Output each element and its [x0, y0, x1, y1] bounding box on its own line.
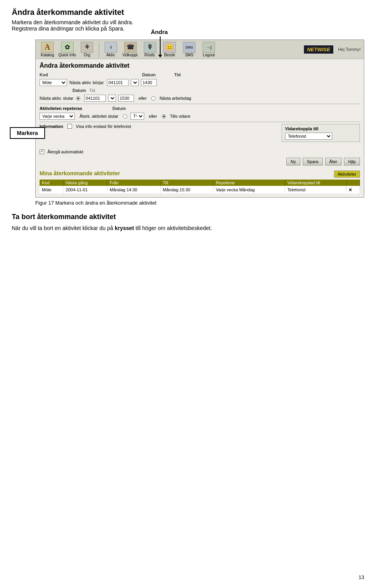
- netwise-logo: NETWISE: [304, 45, 333, 54]
- col-kod: Kod: [40, 180, 63, 186]
- nav-katalog[interactable]: A Katalog: [39, 42, 56, 57]
- date1-input[interactable]: [107, 79, 128, 86]
- nav-sms[interactable]: SMS SMS: [181, 42, 198, 57]
- cell-nasta-gang: 2004-11-01: [63, 186, 107, 194]
- rostb-icon: 🎙: [144, 42, 156, 53]
- quick-info-icon: ✿: [61, 42, 74, 53]
- aktiviteter-button[interactable]: Aktiviteter: [334, 171, 360, 178]
- cell-till: Måndag 15:30: [160, 186, 213, 194]
- section2-body: När du vill ta bort en aktivitet klickar…: [12, 224, 364, 232]
- radio-datum[interactable]: [76, 96, 80, 101]
- cell-vidarekopplad: Telefonist: [285, 186, 346, 194]
- page-number: 13: [359, 574, 364, 580]
- data-table: Kod Nästa gång Från Till Repeterar Vidar…: [40, 180, 360, 194]
- radio-tills-vidare[interactable]: [162, 114, 166, 119]
- andra-arrow: [160, 36, 161, 55]
- table-header: Kod Nästa gång Från Till Repeterar Vidar…: [40, 180, 360, 186]
- time2-select[interactable]: ▼: [108, 95, 116, 102]
- section2-heading: Ta bort återkommande aktivitet: [12, 213, 364, 221]
- cell-delete[interactable]: ×: [346, 186, 360, 194]
- info-checkbox[interactable]: [67, 124, 72, 129]
- col-repeterar: Repeterar: [213, 180, 285, 186]
- repeteras-select[interactable]: Varje vecka: [40, 113, 75, 120]
- aktiv-icon: 4: [105, 42, 117, 53]
- sub-text: Markera den återkommande aktivitet du vi…: [12, 19, 364, 32]
- nav-rostb[interactable]: 🎙 Röstb.: [141, 42, 159, 57]
- date2-input[interactable]: [84, 95, 106, 102]
- nav-quick-info[interactable]: ✿ Quick Info: [58, 42, 76, 57]
- greeting-text: Hej Tommy!: [338, 47, 361, 52]
- col-delete: [346, 180, 360, 186]
- figure-caption: Figur 17 Markera och ändra en återkommad…: [35, 200, 364, 206]
- nav-org[interactable]: ⚘ Org: [78, 42, 96, 57]
- time1-input[interactable]: [141, 79, 157, 86]
- katalog-icon: A: [41, 42, 54, 53]
- main-heading: Ändra återkommande aktivitet: [12, 8, 364, 17]
- table-row: Möte 2004-11-01 Måndag 14:30 Måndag 15:3…: [40, 186, 360, 194]
- table-title: Mina återkommande aktiviteter: [40, 170, 120, 176]
- cell-fran: Måndag 14:30: [107, 186, 160, 194]
- radio-tv[interactable]: [123, 114, 127, 119]
- vidkoppl-icon: ☎: [124, 42, 137, 53]
- info-row: Information Visa info endast för telefon…: [40, 124, 278, 129]
- form-headers-row: Kod Datum Tid: [40, 72, 360, 77]
- nav-besok[interactable]: 😐 Besök: [161, 42, 178, 57]
- nasta-aktiv-slutar-row: Datum Tid: [40, 88, 360, 93]
- hjlp-button[interactable]: Hjlp: [344, 158, 360, 165]
- col-till: Till: [160, 180, 213, 186]
- nasta-aktiv-slutar-row2: Nästa aktiv. slutar ▼ eller Nästa arbets…: [40, 95, 360, 102]
- besok-icon: 😐: [163, 42, 176, 53]
- nav-aktiv[interactable]: 4 Aktiv.: [102, 42, 119, 57]
- logout-icon: →|: [202, 42, 215, 53]
- cell-kod: Möte: [40, 186, 63, 194]
- nasta-aktiv-borjar-row: Möte Nästa aktiv. börjar ▼: [40, 79, 360, 86]
- info-section: Information Visa info endast för telefon…: [40, 124, 278, 155]
- atergaa-row: Återgå automatiskt: [40, 148, 278, 155]
- tv-select[interactable]: TV: [130, 113, 144, 120]
- screenshot-container: A Katalog ✿ Quick Info ⚘ Org 4 Aktiv. ☎: [35, 40, 364, 198]
- nav-vidkoppl[interactable]: ☎ Vidkoppl.: [122, 42, 139, 57]
- ater-button[interactable]: Åter: [325, 158, 342, 165]
- col-nasta-gang: Nästa gång: [63, 180, 107, 186]
- telefonist-select[interactable]: Telefonist: [285, 133, 332, 140]
- radio-nasta-arbetsdag[interactable]: [151, 96, 155, 101]
- ny-button[interactable]: Ny: [286, 158, 300, 165]
- andra-annotation-label: Ändra: [151, 29, 168, 35]
- nav-logout[interactable]: →| Logout: [200, 42, 217, 57]
- col-fran: Från: [107, 180, 160, 186]
- markera-annotation-label: Markera: [10, 127, 45, 139]
- sms-icon: SMS: [183, 42, 195, 53]
- org-icon: ⚘: [81, 42, 93, 53]
- repeteras-controls-row: Varje vecka Återk. aktivitet slutar TV e…: [40, 113, 360, 120]
- table-section: Mina återkommande aktiviteter Aktivitete…: [36, 169, 364, 197]
- cell-repeterar: Varje vecka Måndag: [213, 186, 285, 194]
- kod-select[interactable]: Möte: [40, 79, 67, 86]
- time2-input[interactable]: [118, 95, 134, 102]
- top-nav-bar: A Katalog ✿ Quick Info ⚘ Org 4 Aktiv. ☎: [36, 40, 364, 59]
- spara-button[interactable]: Spara: [303, 158, 323, 165]
- form-title: Ändra återkommande aktivitet: [40, 62, 360, 69]
- table-body: Möte 2004-11-01 Måndag 14:30 Måndag 15:3…: [40, 186, 360, 194]
- atergaa-checkbox[interactable]: [40, 149, 44, 154]
- col-vidarekopplad: Vidarekopplad till: [285, 180, 346, 186]
- form-area: Ändra återkommande aktivitet Kod Datum T…: [36, 59, 364, 169]
- action-buttons: Ny Spara Åter Hjlp: [40, 158, 360, 165]
- time1-select[interactable]: ▼: [131, 79, 139, 86]
- vidarekoppla-section: Vidarekoppla till Telefonist: [282, 124, 360, 142]
- aktiviteten-repeteras-row: Aktiviteten repeteras Datum: [40, 106, 360, 111]
